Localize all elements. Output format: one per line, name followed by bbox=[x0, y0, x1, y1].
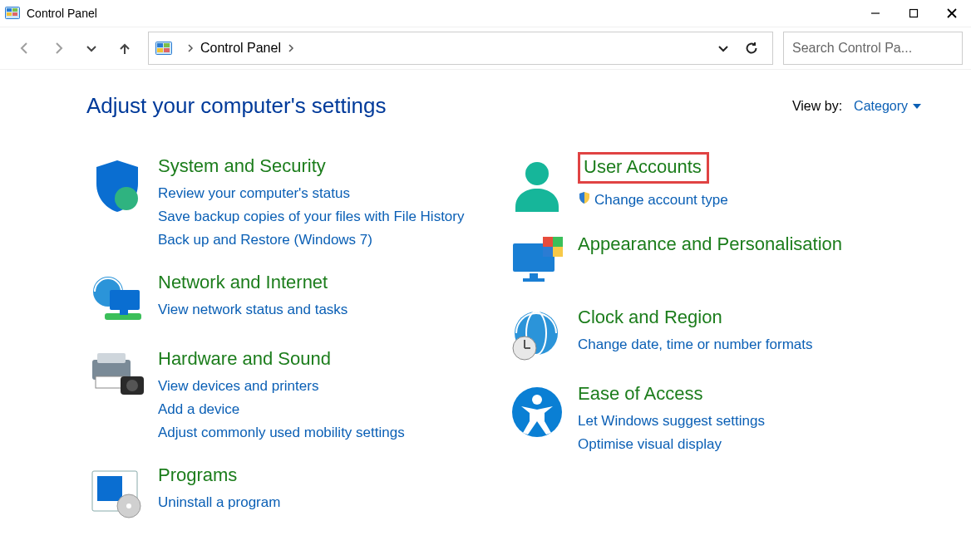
svg-rect-24 bbox=[97, 353, 126, 363]
link-file-history[interactable]: Save backup copies of your files with Fi… bbox=[158, 205, 501, 228]
category-title[interactable]: Ease of Access bbox=[578, 383, 702, 405]
category-network-internet: Network and Internet View network status… bbox=[86, 272, 501, 328]
category-programs: Programs Uninstall a program bbox=[86, 464, 501, 519]
category-title[interactable]: Clock and Region bbox=[578, 307, 722, 328]
category-user-accounts: User Accounts Change account type bbox=[506, 155, 921, 214]
maximize-button[interactable] bbox=[895, 0, 933, 27]
category-ease-of-access: Ease of Access Let Windows suggest setti… bbox=[506, 383, 921, 456]
svg-rect-6 bbox=[910, 10, 918, 17]
user-icon bbox=[506, 155, 568, 214]
minimize-button[interactable] bbox=[856, 0, 895, 27]
svg-rect-37 bbox=[553, 237, 563, 247]
forward-button[interactable] bbox=[42, 32, 75, 65]
refresh-button[interactable] bbox=[737, 32, 766, 64]
svg-rect-20 bbox=[110, 290, 140, 310]
category-title[interactable]: Network and Internet bbox=[158, 272, 328, 293]
navigation-bar: Control Panel bbox=[0, 27, 971, 70]
view-by-value: Category bbox=[854, 99, 908, 114]
control-panel-icon bbox=[155, 42, 172, 55]
search-input[interactable] bbox=[791, 40, 960, 56]
recent-locations-button[interactable] bbox=[75, 32, 108, 65]
link-date-time-formats[interactable]: Change date, time or number formats bbox=[578, 333, 921, 356]
svg-rect-1 bbox=[7, 8, 12, 12]
category-system-security: System and Security Review your computer… bbox=[86, 155, 501, 252]
link-network-status[interactable]: View network status and tasks bbox=[158, 298, 501, 322]
page-title: Adjust your computer's settings bbox=[86, 93, 792, 119]
svg-rect-13 bbox=[157, 48, 163, 52]
category-appearance: Appearance and Personalisation bbox=[506, 233, 921, 287]
link-add-device[interactable]: Add a device bbox=[158, 398, 501, 421]
svg-point-27 bbox=[126, 380, 138, 391]
svg-point-46 bbox=[532, 395, 542, 405]
link-uninstall[interactable]: Uninstall a program bbox=[158, 491, 501, 514]
svg-rect-12 bbox=[164, 43, 170, 47]
view-by-dropdown[interactable]: Category bbox=[854, 99, 921, 114]
svg-point-32 bbox=[525, 162, 549, 185]
svg-rect-2 bbox=[12, 8, 17, 12]
globe-monitor-icon bbox=[86, 272, 148, 328]
content-area: Adjust your computer's settings View by:… bbox=[0, 70, 971, 560]
link-suggest-settings[interactable]: Let Windows suggest settings bbox=[578, 410, 921, 433]
control-panel-icon bbox=[5, 6, 20, 21]
search-box[interactable] bbox=[783, 32, 963, 65]
window-title: Control Panel bbox=[27, 7, 97, 20]
link-review-status[interactable]: Review your computer's status bbox=[158, 182, 501, 205]
svg-point-31 bbox=[126, 504, 131, 508]
svg-point-18 bbox=[115, 187, 138, 210]
printer-camera-icon bbox=[86, 348, 148, 445]
monitor-colors-icon bbox=[506, 233, 568, 287]
up-button[interactable] bbox=[108, 32, 141, 65]
globe-clock-icon bbox=[506, 307, 568, 363]
close-button[interactable] bbox=[933, 0, 971, 27]
category-clock-region: Clock and Region Change date, time or nu… bbox=[506, 307, 921, 363]
accessibility-icon bbox=[506, 383, 568, 456]
svg-rect-4 bbox=[12, 12, 17, 16]
svg-rect-36 bbox=[543, 237, 553, 247]
link-optimise-visual[interactable]: Optimise visual display bbox=[578, 433, 921, 456]
category-title[interactable]: Appearance and Personalisation bbox=[578, 233, 842, 255]
category-title[interactable]: User Accounts bbox=[578, 152, 709, 184]
svg-rect-34 bbox=[530, 273, 538, 278]
link-mobility-settings[interactable]: Adjust commonly used mobility settings bbox=[158, 421, 501, 445]
svg-rect-35 bbox=[523, 278, 545, 282]
view-by-label: View by: bbox=[792, 99, 842, 114]
title-bar: Control Panel bbox=[0, 0, 971, 27]
svg-rect-3 bbox=[7, 12, 12, 16]
category-hardware-sound: Hardware and Sound View devices and prin… bbox=[86, 348, 501, 445]
programs-disc-icon bbox=[86, 464, 148, 519]
link-change-account-type[interactable]: Change account type bbox=[578, 189, 921, 213]
shield-icon bbox=[86, 155, 148, 252]
breadcrumb-control-panel[interactable]: Control Panel bbox=[200, 41, 281, 56]
chevron-down-icon bbox=[913, 104, 921, 109]
chevron-right-icon[interactable] bbox=[187, 42, 194, 56]
svg-marker-17 bbox=[913, 104, 921, 109]
svg-rect-14 bbox=[164, 48, 170, 52]
address-bar[interactable]: Control Panel bbox=[148, 32, 773, 65]
link-backup-restore[interactable]: Back up and Restore (Windows 7) bbox=[158, 228, 501, 252]
address-dropdown-button[interactable] bbox=[709, 32, 737, 64]
category-title[interactable]: Hardware and Sound bbox=[158, 348, 331, 370]
svg-rect-38 bbox=[543, 247, 553, 257]
category-title[interactable]: Programs bbox=[158, 464, 237, 486]
chevron-right-icon[interactable] bbox=[288, 42, 294, 56]
svg-rect-39 bbox=[553, 247, 563, 257]
link-devices-printers[interactable]: View devices and printers bbox=[158, 375, 501, 398]
svg-rect-22 bbox=[120, 310, 128, 315]
svg-rect-11 bbox=[157, 43, 163, 47]
svg-rect-29 bbox=[97, 476, 122, 501]
uac-shield-icon bbox=[578, 189, 591, 212]
category-title[interactable]: System and Security bbox=[158, 155, 326, 177]
back-button[interactable] bbox=[8, 32, 42, 65]
